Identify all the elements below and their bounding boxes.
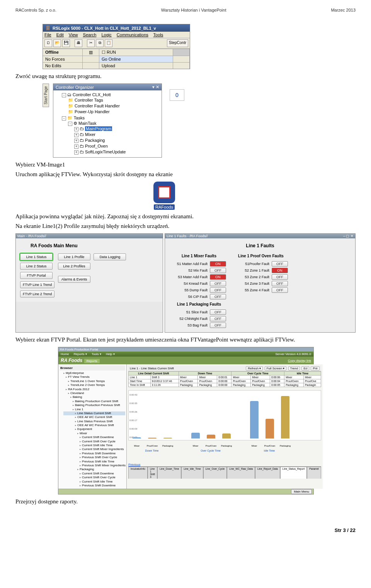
report-tab[interactable]: Line_WC_Raw_Data <box>227 467 255 479</box>
btn-ftvp-portal[interactable]: FTVP Portal <box>20 272 53 279</box>
report-tab[interactable]: Line_Idle_Time <box>181 467 203 479</box>
portal-tree-item[interactable]: Baking Production Current Shift <box>63 399 125 403</box>
fault-toggle-button[interactable]: ON <box>272 268 288 273</box>
portal-tree-item[interactable]: Current Shift Idle Time <box>63 444 125 447</box>
tree-proofoven[interactable]: Proof_Oven <box>85 144 108 148</box>
btn-data-logging[interactable]: Data Logging <box>94 253 126 260</box>
btn-line2-profiles[interactable]: Line 2 Profiles <box>58 263 90 270</box>
portal-tree-item[interactable]: FT View Trends <box>63 375 125 379</box>
copy-display-link[interactable]: Copy display link <box>288 359 311 362</box>
menu-view[interactable]: View <box>69 32 78 37</box>
portal-tree-item[interactable]: Line Status Current Shift <box>63 411 125 415</box>
print-icon[interactable]: 🖶 <box>75 39 82 47</box>
portal-tree-item[interactable]: Line Status Previous Shift <box>63 420 125 423</box>
cut-icon[interactable]: ✂ <box>87 39 95 47</box>
portal-tree-item[interactable]: Current Shift Downtime <box>63 472 125 476</box>
organizer-tree[interactable]: -Controller CLX_Hott Controller Tags Con… <box>53 90 162 157</box>
fault-toggle-button[interactable]: OFF <box>210 309 226 315</box>
portal-tree-item[interactable]: RA Foods 2012 <box>63 387 125 391</box>
portal-tree-item[interactable]: Equipment <box>63 427 125 431</box>
fullscreen-button[interactable]: Full Screen ▾ <box>265 366 287 370</box>
portal-tree-item[interactable]: TrendLine 1 Oven Temps <box>63 379 125 383</box>
previous-link[interactable]: Previous <box>128 463 140 466</box>
rslogix-menubar[interactable]: File Edit View Search Logic Communicatio… <box>43 32 190 38</box>
report-tab[interactable]: IncubatorInfo <box>128 467 148 479</box>
fault-toggle-button[interactable]: OFF <box>210 287 226 293</box>
paste-icon[interactable]: 📋 <box>105 39 112 47</box>
upload-menuitem[interactable]: Upload <box>99 63 173 69</box>
go-online-menuitem[interactable]: Go Online <box>99 56 173 62</box>
portal-tree-item[interactable]: TrendLine 2 Oven Temps <box>63 383 125 387</box>
portal-menu-home[interactable]: Home <box>61 352 69 356</box>
menu-edit[interactable]: Edit <box>56 32 64 37</box>
copy-icon[interactable]: ⧉ <box>96 39 104 47</box>
fault-toggle-button[interactable]: OFF <box>272 287 288 293</box>
tree-powerup-handler[interactable]: Power-Up Handler <box>68 109 159 115</box>
run-checkbox[interactable]: ☐ RUN <box>99 49 173 56</box>
btn-line1-status[interactable]: Line 1 Status <box>20 253 53 260</box>
portal-tree-item[interactable]: Current Shift Mixer Ingredients <box>63 447 125 451</box>
tree-mixer[interactable]: Mixer <box>85 132 95 137</box>
portal-tree-item[interactable]: OEE All WC Previous Shift <box>63 423 125 427</box>
portal-tree-item[interactable]: Baking Production Previous Shift <box>63 403 125 407</box>
report-tab[interactable]: Paramet <box>307 467 321 479</box>
portal-tree-item[interactable]: Mixer <box>63 432 125 435</box>
portal-menu-help[interactable]: Help ▾ <box>106 352 115 356</box>
fault-toggle-button[interactable]: OFF <box>272 274 288 280</box>
btn-ftvp-line1-trend[interactable]: FTVP Line 1 Trend <box>20 281 54 288</box>
fault-toggle-button[interactable]: OFF <box>210 323 226 328</box>
print-button[interactable]: Prir <box>311 366 319 370</box>
mode-dropdown[interactable]: ▥ <box>83 49 99 56</box>
report-tabstrip[interactable]: IncubatorInfoLine 1 Shift 3Line_Down_Tim… <box>128 466 321 479</box>
refresh-button[interactable]: Refresh ▾ <box>246 366 263 370</box>
save-icon[interactable]: 💾 <box>62 39 70 47</box>
portal-tree-item[interactable]: Baking <box>63 395 125 399</box>
portal-tree-item[interactable]: Line 1 <box>63 408 125 411</box>
fault-toggle-button[interactable]: ON <box>210 274 226 280</box>
portal-tree-item[interactable]: Previous Shift Idle Time <box>63 460 125 464</box>
portal-menu-tools[interactable]: Tools ▾ <box>92 352 101 356</box>
tree-softlogix[interactable]: SoftLogixTimeUpdate <box>85 150 126 154</box>
portal-tree-item[interactable]: Previous Shift Downtime <box>63 484 125 488</box>
portal-tree-item[interactable]: Cleveland <box>63 391 125 395</box>
tree-mainprogram[interactable]: MainProgram <box>85 126 112 131</box>
fault-toggle-button[interactable]: OFF <box>210 294 226 299</box>
tree-controller[interactable]: Controller CLX_Hott <box>67 92 111 97</box>
menu-file[interactable]: File <box>44 32 51 37</box>
menu-search[interactable]: Search <box>83 32 97 37</box>
rafoods-shortcut[interactable]: RAFoods <box>147 182 182 209</box>
trend-button[interactable]: Trend <box>288 366 300 370</box>
start-page-tab[interactable]: Start Page <box>43 83 49 107</box>
fault-toggle-button[interactable]: OFF <box>272 281 288 286</box>
btn-alarms-events[interactable]: Alarms & Events <box>58 276 90 283</box>
portal-tree-item[interactable]: Current Shift Over Cycle <box>63 476 125 479</box>
portal-tree-item[interactable]: Previous Shift Over Cycle <box>63 455 125 459</box>
menu-logic[interactable]: Logic <box>101 32 111 37</box>
btn-line1-profile[interactable]: Line 1 Profile <box>58 253 90 260</box>
open-icon[interactable]: 📂 <box>53 39 61 47</box>
portal-tree-item[interactable]: Previous Shift Mixer Ingredients <box>63 464 125 467</box>
portal-tree-item[interactable]: Current Shift Idle Time <box>63 480 125 484</box>
fault-toggle-button[interactable]: OFF <box>210 281 226 286</box>
tree-tasks[interactable]: Tasks <box>67 116 85 120</box>
portal-tree[interactable]: MyEnterpriseFT View TrendsTrendLine 1 Ov… <box>60 371 125 488</box>
fault-toggle-button[interactable]: OFF <box>272 261 288 267</box>
portal-tree-item[interactable]: Packaging <box>63 467 125 471</box>
window-controls-icon[interactable]: – ▢ ✕ <box>343 234 354 238</box>
report-tab[interactable]: Line_Over_Cycle <box>203 467 227 479</box>
main-menu-button[interactable]: Main Menu <box>291 489 312 494</box>
report-tab[interactable]: Line_Down_Time <box>157 467 181 479</box>
portal-tree-item[interactable]: Current Shift Over Cycle <box>63 440 125 444</box>
new-icon[interactable]: 🗋 <box>44 39 52 47</box>
report-tab[interactable]: Line_Status_Report <box>280 467 307 479</box>
organizer-pin-close-icons[interactable]: ▾ ✕ <box>152 85 159 90</box>
btn-line2-status[interactable]: Line 2 Status <box>20 263 53 270</box>
menu-tools[interactable]: Tools <box>153 32 163 37</box>
portal-tree-item[interactable]: Previous Shift Downtime <box>63 452 125 455</box>
report-tab[interactable]: Line_Report_Data <box>255 467 280 479</box>
tree-fault-handler[interactable]: Controller Fault Handler <box>68 103 159 109</box>
portal-menu-reports[interactable]: Reports ▾ <box>74 352 87 356</box>
tree-controller-tags[interactable]: Controller Tags <box>68 97 159 103</box>
fault-toggle-button[interactable]: OFF <box>210 316 226 321</box>
report-tab[interactable]: Line 1 Shift 3 <box>148 467 157 479</box>
